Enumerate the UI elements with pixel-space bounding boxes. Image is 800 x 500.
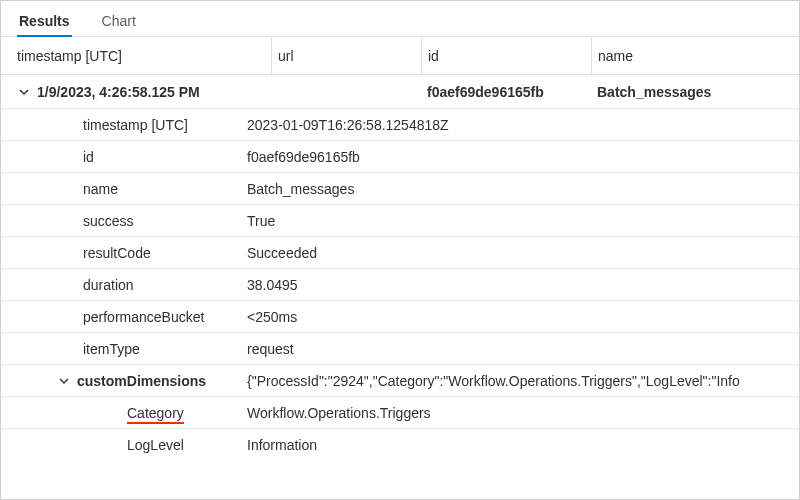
detail-value: Succeeded [247, 245, 799, 261]
detail-row-name: name Batch_messages [1, 173, 799, 205]
detail-row-customdimensions[interactable]: customDimensions {"ProcessId":"2924","Ca… [1, 365, 799, 397]
tab-chart[interactable]: Chart [100, 5, 138, 37]
customdimensions-label-text: customDimensions [77, 373, 206, 389]
detail-label: duration [1, 277, 247, 293]
detail-value: Workflow.Operations.Triggers [247, 405, 799, 421]
detail-row-timestamp: timestamp [UTC] 2023-01-09T16:26:58.1254… [1, 109, 799, 141]
detail-label: LogLevel [1, 437, 247, 453]
detail-label: performanceBucket [1, 309, 247, 325]
detail-label: itemType [1, 341, 247, 357]
detail-value: True [247, 213, 799, 229]
detail-value: Batch_messages [247, 181, 799, 197]
result-row[interactable]: 1/9/2023, 4:26:58.125 PM f0aef69de96165f… [1, 75, 799, 109]
detail-label: Category [1, 405, 247, 421]
detail-label: customDimensions [1, 373, 247, 389]
tabs-bar: Results Chart [1, 1, 799, 37]
detail-value: <250ms [247, 309, 799, 325]
detail-row-resultcode: resultCode Succeeded [1, 237, 799, 269]
detail-label: success [1, 213, 247, 229]
column-header-timestamp[interactable]: timestamp [UTC] [11, 37, 271, 74]
column-headers: timestamp [UTC] url id name [1, 37, 799, 75]
detail-label: name [1, 181, 247, 197]
detail-row-loglevel: LogLevel Information [1, 429, 799, 461]
detail-value: 38.0495 [247, 277, 799, 293]
detail-value: request [247, 341, 799, 357]
column-header-id[interactable]: id [421, 37, 591, 74]
detail-label: resultCode [1, 245, 247, 261]
detail-value: Information [247, 437, 799, 453]
row-timestamp: 1/9/2023, 4:26:58.125 PM [37, 84, 200, 100]
detail-row-category: Category Workflow.Operations.Triggers [1, 397, 799, 429]
detail-row-itemtype: itemType request [1, 333, 799, 365]
detail-value: f0aef69de96165fb [247, 149, 799, 165]
detail-row-duration: duration 38.0495 [1, 269, 799, 301]
column-header-name[interactable]: name [591, 37, 771, 74]
chevron-down-icon[interactable] [15, 86, 33, 98]
detail-row-id: id f0aef69de96165fb [1, 141, 799, 173]
row-name: Batch_messages [591, 84, 771, 100]
category-label-text: Category [127, 405, 184, 424]
detail-section: timestamp [UTC] 2023-01-09T16:26:58.1254… [1, 109, 799, 465]
detail-value: 2023-01-09T16:26:58.1254818Z [247, 117, 799, 133]
column-header-url[interactable]: url [271, 37, 421, 74]
row-id: f0aef69de96165fb [421, 84, 591, 100]
chevron-down-icon[interactable] [55, 375, 73, 387]
detail-label: timestamp [UTC] [1, 117, 247, 133]
detail-label: id [1, 149, 247, 165]
tab-results[interactable]: Results [17, 5, 72, 37]
results-panel: Results Chart timestamp [UTC] url id nam… [0, 0, 800, 500]
detail-row-performancebucket: performanceBucket <250ms [1, 301, 799, 333]
detail-row-success: success True [1, 205, 799, 237]
detail-value: {"ProcessId":"2924","Category":"Workflow… [247, 373, 799, 389]
